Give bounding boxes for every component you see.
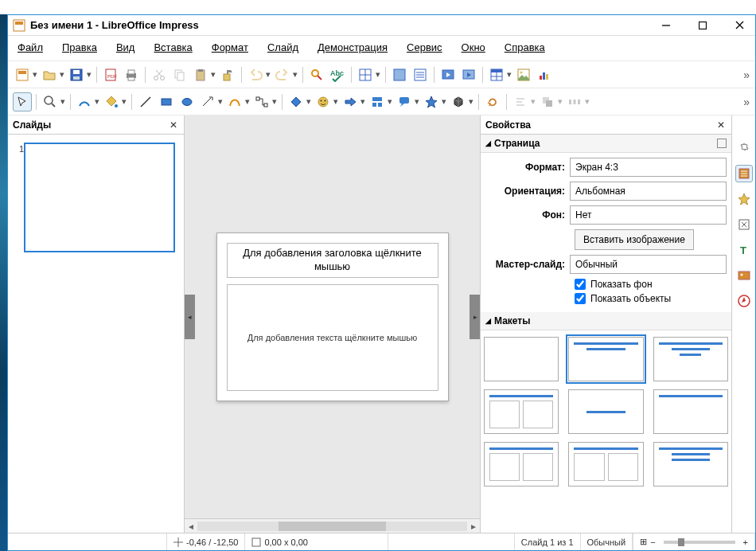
menu-show[interactable]: Демонстрация [313,39,392,56]
save-button[interactable] [67,65,86,84]
insert-chart-button[interactable] [535,65,554,84]
line-color-tool[interactable] [75,92,94,111]
connector-tool[interactable] [252,92,271,111]
menu-insert[interactable]: Вставка [149,39,197,56]
zoom-controls[interactable]: ⊞ − + [633,533,755,550]
layout-title-content[interactable] [568,337,643,381]
orientation-select[interactable]: Альбомная [570,182,727,201]
insert-image-button[interactable] [514,65,533,84]
arrange-dropdown[interactable]: ▾ [557,92,563,111]
basic-shapes-tool[interactable] [286,92,306,111]
open-dropdown[interactable]: ▾ [59,65,65,84]
new-button[interactable] [13,65,32,84]
ellipse-tool[interactable] [177,92,197,111]
rectangle-tool[interactable] [157,92,176,111]
symbol-shapes-dropdown[interactable]: ▾ [333,92,339,111]
menu-file[interactable]: Файл [13,39,48,56]
select-tool[interactable] [13,92,32,111]
curve-dropdown[interactable]: ▾ [244,92,251,111]
master-select[interactable]: Обычный [570,255,727,274]
layout-blank[interactable] [484,337,559,381]
basic-shapes-dropdown[interactable]: ▾ [306,92,312,111]
sidebar-transitions-icon[interactable] [735,190,753,208]
sidebar-gallery-icon[interactable] [735,267,753,284]
print-button[interactable] [122,65,141,84]
title-placeholder[interactable]: Для добавления заголовка щёлкните мышью [227,243,438,278]
slide-thumbnail[interactable]: 1 [14,143,177,252]
arrow-line-dropdown[interactable]: ▾ [217,92,224,111]
format-select[interactable]: Экран 4:3 [570,158,727,177]
panel-collapse-right[interactable]: ▸ [470,295,480,339]
maximize-button[interactable] [692,18,714,33]
curve-tool[interactable] [225,92,244,111]
page-section-header[interactable]: ◢ Страница [481,135,731,153]
stars-dropdown[interactable]: ▾ [441,92,447,111]
menu-slide[interactable]: Слайд [263,39,303,56]
3d-dropdown[interactable]: ▾ [468,92,474,111]
panel-collapse-left[interactable]: ◂ [185,295,195,339]
show-background-checkbox[interactable]: Показать фон [485,279,727,290]
zoom-slider[interactable] [664,541,735,544]
zoom-tool[interactable] [41,92,60,111]
layout-2box[interactable] [484,389,559,434]
menu-tools[interactable]: Сервис [402,39,447,56]
export-pdf-button[interactable]: PDF [101,65,120,84]
stars-tool[interactable] [422,92,441,111]
menu-view[interactable]: Вид [111,39,140,56]
properties-panel-close-icon[interactable]: ✕ [715,119,727,131]
paste-button[interactable] [191,65,210,84]
toolbar-overflow[interactable]: » [743,68,750,81]
distribute-tool[interactable] [565,92,584,111]
menu-format[interactable]: Формат [207,39,253,56]
content-placeholder[interactable]: Для добавления текста щёлкните мышью [227,284,438,391]
start-current-button[interactable] [459,65,478,84]
layouts-section-header[interactable]: ◢ Макеты [481,312,731,330]
open-button[interactable] [40,65,59,84]
layout-title-2col[interactable] [568,442,643,487]
zoom-in-icon[interactable]: + [743,537,748,547]
redo-button[interactable] [273,65,292,84]
zoom-fit-icon[interactable]: ⊞ [640,537,647,547]
section-menu-icon[interactable] [717,139,727,148]
layout-centered[interactable] [568,389,643,434]
3d-objects-tool[interactable] [449,92,468,111]
close-button[interactable] [728,18,750,33]
view-normal-button[interactable] [390,65,409,84]
sidebar-properties-icon[interactable] [735,165,753,182]
copy-button[interactable] [170,65,189,84]
menu-window[interactable]: Окно [457,39,490,56]
drawbar-overflow[interactable]: » [743,96,750,108]
rotate-tool[interactable] [483,92,502,111]
line-tool[interactable] [136,92,155,111]
table-dropdown[interactable]: ▾ [506,65,512,84]
zoom-out-icon[interactable]: − [650,537,655,547]
find-replace-button[interactable] [307,65,326,84]
layout-title-only[interactable] [653,389,728,434]
sidebar-animation-icon[interactable] [735,216,753,233]
slide-canvas[interactable]: Для добавления заголовка щёлкните мышью … [216,233,449,401]
arrange-tool[interactable] [538,92,557,111]
align-dropdown[interactable]: ▾ [530,92,536,111]
start-first-button[interactable] [438,65,458,84]
show-objects-checkbox[interactable]: Показать объекты [485,293,727,304]
undo-button[interactable] [246,65,265,84]
cut-button[interactable] [150,65,169,84]
clone-format-button[interactable] [218,65,237,84]
line-color-dropdown[interactable]: ▾ [94,92,100,111]
sidebar-settings-icon[interactable] [735,139,753,157]
undo-dropdown[interactable]: ▾ [265,65,271,84]
minimize-button[interactable] [655,18,677,33]
background-select[interactable]: Нет [570,205,727,225]
menu-help[interactable]: Справка [500,39,550,56]
insert-image-button-panel[interactable]: Вставить изображение [575,229,694,250]
grid-dropdown[interactable]: ▾ [375,65,381,84]
align-tool[interactable] [511,92,530,111]
save-dropdown[interactable]: ▾ [86,65,92,84]
fill-color-dropdown[interactable]: ▾ [121,92,127,111]
slides-panel-close-icon[interactable]: ✕ [168,119,179,131]
sidebar-navigator-icon[interactable] [735,292,753,310]
menu-edit[interactable]: Правка [57,39,102,56]
block-arrows-dropdown[interactable]: ▾ [360,92,366,111]
symbol-shapes-tool[interactable] [314,92,333,111]
paste-dropdown[interactable]: ▾ [210,65,216,84]
